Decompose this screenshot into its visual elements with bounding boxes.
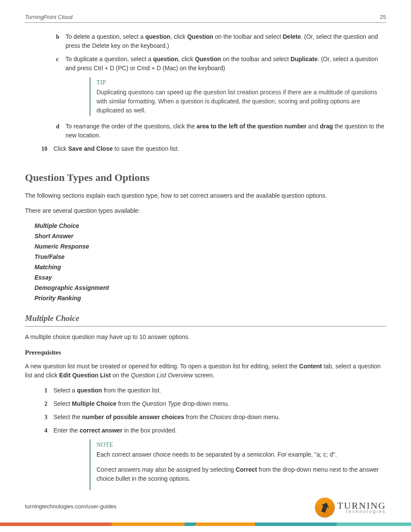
mc-step-4: 4 Enter the correct answer in the box pr… bbox=[35, 426, 386, 435]
tip-title: TIP bbox=[97, 78, 382, 87]
tip-body: Duplicating questions can speed up the q… bbox=[97, 88, 382, 115]
step-c-label: c bbox=[56, 55, 65, 73]
mc-step-3-text: Select the number of possible answer cho… bbox=[53, 413, 386, 422]
doc-title: TurningPoint Cloud bbox=[25, 13, 72, 22]
heading-multiple-choice: Multiple Choice bbox=[25, 312, 386, 327]
page-number: 25 bbox=[380, 13, 386, 22]
mc-step-3: 3 Select the number of possible answer c… bbox=[35, 413, 386, 422]
qtype-matching: Matching bbox=[34, 263, 386, 272]
note-title: NOTE bbox=[97, 440, 382, 449]
mc-step-3-label: 3 bbox=[35, 413, 47, 422]
mc-step-1-label: 1 bbox=[35, 386, 47, 395]
note-body-1: Each correct answer choice needs to be s… bbox=[97, 450, 382, 459]
step-c-text: To duplicate a question, select a questi… bbox=[65, 55, 386, 73]
note-callout: NOTE Each correct answer choice needs to… bbox=[90, 439, 386, 490]
question-type-list: Multiple Choice Short Answer Numeric Res… bbox=[34, 221, 386, 303]
qtype-short-answer: Short Answer bbox=[34, 232, 386, 241]
footer-color-bar bbox=[0, 523, 411, 526]
intro-paragraph-1: The following sections explain each ques… bbox=[25, 191, 386, 200]
step-c: c To duplicate a question, select a ques… bbox=[56, 55, 386, 73]
mc-description: A multiple choice question may have up t… bbox=[25, 333, 386, 342]
mc-step-4-label: 4 bbox=[35, 426, 47, 435]
step-b-text: To delete a question, select a question,… bbox=[65, 32, 386, 50]
intro-paragraph-2: There are several question types availab… bbox=[25, 206, 386, 215]
step-d-text: To rearrange the order of the questions,… bbox=[65, 122, 386, 140]
qtype-multiple-choice: Multiple Choice bbox=[34, 221, 386, 230]
qtype-true-false: True/False bbox=[34, 252, 386, 261]
note-body-2: Correct answers may also be assigned by … bbox=[97, 465, 382, 483]
step-b: b To delete a question, select a questio… bbox=[56, 32, 386, 50]
page-footer: turningtechnologies.com/user-guides TURN… bbox=[0, 503, 411, 526]
qtype-priority-ranking: Priority Ranking bbox=[34, 294, 386, 303]
mc-step-1: 1 Select a question from the question li… bbox=[35, 386, 386, 395]
mc-step-2-text: Select Multiple Choice from the Question… bbox=[53, 399, 386, 408]
step-10-label: 10 bbox=[35, 144, 47, 153]
qtype-numeric-response: Numeric Response bbox=[34, 242, 386, 251]
qtype-essay: Essay bbox=[34, 273, 386, 282]
turning-logo-icon bbox=[315, 498, 335, 517]
page-header: TurningPoint Cloud 25 bbox=[25, 13, 386, 23]
turning-logo: TURNING technologies bbox=[315, 498, 386, 517]
prerequisites-text: A new question list must be created or o… bbox=[25, 362, 386, 380]
logo-text-big: TURNING bbox=[337, 501, 386, 510]
heading-prerequisites: Prerequisites bbox=[25, 348, 386, 358]
heading-question-types: Question Types and Options bbox=[25, 170, 386, 185]
tip-callout: TIP Duplicating questions can speed up t… bbox=[90, 77, 386, 116]
step-d-label: d bbox=[56, 122, 65, 140]
step-b-label: b bbox=[56, 32, 65, 50]
mc-step-1-text: Select a question from the question list… bbox=[53, 386, 386, 395]
qtype-demographic-assignment: Demographic Assignment bbox=[34, 283, 386, 292]
step-10-text: Click Save and Close to save the questio… bbox=[53, 144, 386, 153]
step-d: d To rearrange the order of the question… bbox=[56, 122, 386, 140]
mc-step-2-label: 2 bbox=[35, 399, 47, 408]
mc-step-2: 2 Select Multiple Choice from the Questi… bbox=[35, 399, 386, 408]
footer-url: turningtechnologies.com/user-guides bbox=[25, 502, 116, 511]
step-10: 10 Click Save and Close to save the ques… bbox=[35, 144, 386, 153]
mc-step-4-text: Enter the correct answer in the box prov… bbox=[53, 426, 386, 435]
